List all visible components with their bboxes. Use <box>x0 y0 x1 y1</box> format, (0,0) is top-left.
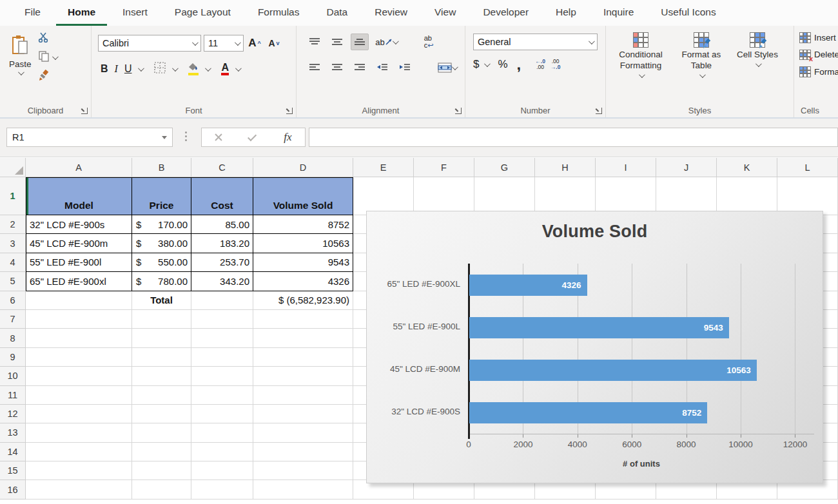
cell-B7[interactable] <box>132 310 191 329</box>
cell-C15[interactable] <box>191 461 253 480</box>
cell-A11[interactable] <box>26 386 132 405</box>
cell-D12[interactable] <box>253 405 353 423</box>
cell-C8[interactable] <box>191 329 253 347</box>
row-header-15[interactable]: 15 <box>0 461 26 480</box>
cell-A8[interactable] <box>26 329 132 347</box>
fill-color-icon[interactable] <box>188 63 199 76</box>
cell-D6[interactable]: $ (6,582,923.90) <box>253 291 353 310</box>
row-header-4[interactable]: 4 <box>0 253 26 272</box>
cell-E1[interactable] <box>353 177 414 215</box>
bold-button[interactable]: B <box>101 63 108 75</box>
cell-A13[interactable] <box>26 423 132 442</box>
wrap-text-button[interactable]: ab c↩ <box>418 34 440 50</box>
cancel-icon[interactable] <box>215 133 222 141</box>
cell-G1[interactable] <box>474 177 535 215</box>
decrease-decimal-button[interactable]: .00 →.0 <box>551 59 561 71</box>
font-color-button[interactable]: A <box>221 63 229 76</box>
tab-file[interactable]: File <box>13 0 52 26</box>
column-header-I[interactable]: I <box>596 158 656 177</box>
cell-C4[interactable]: 253.70 <box>191 253 253 272</box>
tab-developer[interactable]: Developer <box>471 0 540 26</box>
bar-32-lcd-e-900s[interactable]: 8752 <box>469 402 707 423</box>
cell-C2[interactable]: 85.00 <box>191 215 253 234</box>
comma-style-button[interactable]: , <box>517 61 521 68</box>
cell-D15[interactable] <box>253 461 353 480</box>
decrease-indent-button[interactable] <box>373 59 391 76</box>
cell-C3[interactable]: 183.20 <box>191 234 253 253</box>
cell-C12[interactable] <box>191 405 253 423</box>
clipboard-dialog-launcher-icon[interactable] <box>81 108 88 114</box>
accounting-format-button[interactable]: $ <box>473 58 479 71</box>
row-header-3[interactable]: 3 <box>0 234 26 253</box>
row-header-12[interactable]: 12 <box>0 405 26 423</box>
cell-A12[interactable] <box>26 405 132 423</box>
align-right-button[interactable] <box>351 59 369 76</box>
tab-insert[interactable]: Insert <box>111 0 159 26</box>
row-header-13[interactable]: 13 <box>0 423 26 442</box>
insert-function-icon[interactable]: fx <box>284 131 291 144</box>
cell-D13[interactable] <box>253 423 353 442</box>
name-box-dropdown-icon[interactable] <box>162 136 167 139</box>
insert-cells-button[interactable]: Insert <box>794 26 838 43</box>
cell-A1[interactable]: Model <box>26 177 132 215</box>
borders-icon[interactable] <box>154 62 166 76</box>
cell-B6[interactable]: Total <box>132 291 191 310</box>
conditional-formatting-button[interactable]: Conditional Formatting <box>611 27 670 117</box>
cell-L1[interactable] <box>777 177 838 215</box>
name-box[interactable]: R1 <box>6 128 173 147</box>
bar-65-led-e-900xl[interactable]: 4326 <box>469 275 587 296</box>
cell-D5[interactable]: 4326 <box>253 272 353 291</box>
row-header-1[interactable]: 1 <box>0 177 26 215</box>
fill-color-dropdown-icon[interactable] <box>205 65 211 72</box>
cell-C6[interactable] <box>191 291 253 310</box>
cell-B8[interactable] <box>132 329 191 347</box>
font-size-select[interactable]: 11 <box>204 35 244 52</box>
number-dialog-launcher-icon[interactable] <box>596 108 602 114</box>
bar-45-lcd-e-900m[interactable]: 10563 <box>469 360 757 381</box>
cell-B2[interactable]: $170.00 <box>132 215 191 234</box>
row-header-9[interactable]: 9 <box>0 348 26 367</box>
row-header-16[interactable]: 16 <box>0 480 26 499</box>
cell-D9[interactable] <box>253 348 353 367</box>
row-header-6[interactable]: 6 <box>0 291 26 310</box>
paste-dropdown-icon[interactable] <box>18 69 24 75</box>
cell-B10[interactable] <box>132 367 191 385</box>
cell-A6[interactable] <box>26 291 132 310</box>
cell-B9[interactable] <box>132 348 191 367</box>
row-header-10[interactable]: 10 <box>0 367 26 385</box>
align-left-button[interactable] <box>306 59 324 76</box>
increase-indent-button[interactable] <box>396 59 414 76</box>
row-header-7[interactable]: 7 <box>0 310 26 329</box>
row-header-8[interactable]: 8 <box>0 329 26 347</box>
cell-C10[interactable] <box>191 367 253 385</box>
cell-K1[interactable] <box>717 177 777 215</box>
column-header-H[interactable]: H <box>535 158 596 177</box>
cell-B3[interactable]: $380.00 <box>132 234 191 253</box>
increase-font-size-button[interactable]: A^ <box>246 35 263 52</box>
paste-button[interactable]: Paste <box>9 30 32 84</box>
cell-A14[interactable] <box>26 443 132 461</box>
cell-D2[interactable]: 8752 <box>253 215 353 234</box>
orientation-button[interactable]: ab <box>373 34 399 50</box>
cell-C7[interactable] <box>191 310 253 329</box>
column-header-D[interactable]: D <box>253 158 353 177</box>
cell-C16[interactable] <box>191 480 253 499</box>
merge-center-dropdown-icon[interactable] <box>451 64 458 70</box>
cell-A5[interactable]: 65" LED #E-900xl <box>26 272 132 291</box>
font-name-select[interactable]: Calibri <box>98 35 201 52</box>
cell-C1[interactable]: Cost <box>191 177 253 215</box>
cell-A4[interactable]: 55" LED #E-900l <box>26 253 132 272</box>
cell-B11[interactable] <box>132 386 191 405</box>
accounting-dropdown-icon[interactable] <box>484 61 491 67</box>
number-format-select[interactable]: General <box>473 34 598 50</box>
format-painter-button[interactable] <box>38 70 57 84</box>
tab-help[interactable]: Help <box>544 0 588 26</box>
cell-A10[interactable] <box>26 367 132 385</box>
cell-D7[interactable] <box>253 310 353 329</box>
cell-D14[interactable] <box>253 443 353 461</box>
cell-C5[interactable]: 343.20 <box>191 272 253 291</box>
cell-B4[interactable]: $550.00 <box>132 253 191 272</box>
column-header-G[interactable]: G <box>474 158 535 177</box>
tab-review[interactable]: Review <box>363 0 419 26</box>
increase-decimal-button[interactable]: ←.0 .00 <box>535 59 545 71</box>
